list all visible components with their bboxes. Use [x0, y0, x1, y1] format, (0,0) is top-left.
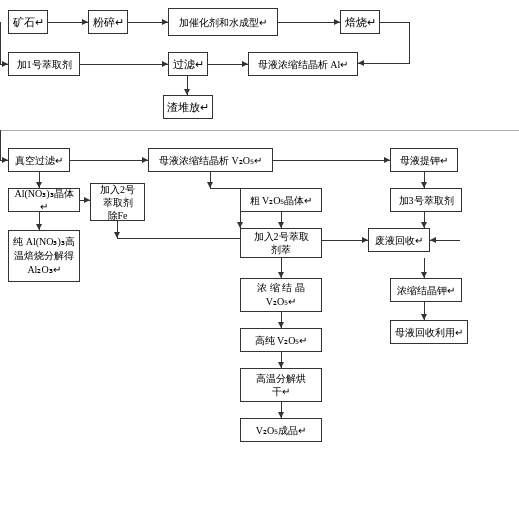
box-fensui: 粉碎↵ — [88, 10, 128, 34]
box-muye1: 母液浓缩结晶析 Al↵ — [248, 52, 358, 76]
arrow-zhenkong-al — [39, 172, 40, 188]
line-r1-left-v — [0, 22, 1, 64]
box-zhadan: 渣堆放↵ — [163, 95, 213, 119]
line-cuiqu3-nj — [390, 278, 424, 279]
box-muye-ti: 母液提钾↵ — [390, 148, 458, 172]
arrow-al-cuiqu2 — [80, 200, 90, 201]
box-kuangshi: 矿石↵ — [8, 10, 48, 34]
arrow-cuiqu2-cuv2o5-connect — [240, 212, 241, 228]
arrow-ti-cuiqu3 — [424, 172, 425, 188]
box-guolv: 过滤↵ — [168, 52, 208, 76]
flowchart: 矿石↵ 粉碎↵ 加催化剂和水成型↵ 焙烧↵ 加1号萃取剂 过滤↵ 母液浓缩结晶析… — [0, 0, 519, 522]
arrow-cuiqu2-down — [117, 221, 118, 238]
box-muye2: 母液浓缩结晶析 V₂O₅↵ — [148, 148, 273, 172]
arrow-r1-1 — [48, 22, 88, 23]
arrow-r2-end — [358, 63, 409, 64]
line-left-r3 — [0, 130, 1, 160]
arrow-zhenkong-muye2 — [70, 160, 148, 161]
box-al-pure: 纯 Al(NO₃)₃高温焙烧分解得Al₂O₃↵ — [8, 230, 80, 282]
arrow-muye2-cuv2o5 — [210, 172, 211, 188]
arrow-r1-3 — [278, 22, 340, 23]
arrow-cuiqu3-nongsuo-v — [424, 258, 425, 278]
box-gaochun: 高纯 V₂O₅↵ — [240, 328, 322, 352]
box-shaoshao: 焙烧↵ — [340, 10, 380, 34]
box-萃取剂1: 加1号萃取剂 — [8, 52, 80, 76]
arrow-nongsuo-jia-hui — [424, 302, 425, 320]
line-r1-4 — [380, 22, 410, 23]
arrow-cuiqu2cai-nongsuo — [281, 258, 282, 278]
box-cuihua: 加催化剂和水成型↵ — [168, 8, 278, 36]
arrow-nongsuo-gaochun — [281, 312, 282, 328]
box-muye-hui: 母液回收利用↵ — [390, 320, 468, 344]
box-cuiqu2-cai: 加入2号萃取剂萃 — [240, 228, 322, 258]
line-cuiqu2-h — [117, 238, 240, 239]
arrow-into-zhenkong — [0, 160, 8, 161]
arrow-cuiqu-guolv — [80, 64, 168, 65]
arrow-gaochun-gaowenjiefen — [281, 352, 282, 368]
box-cuiqu3: 加3号萃取剂 — [390, 188, 462, 212]
box-nongsuo-jia: 浓缩结晶钾↵ — [390, 278, 462, 302]
arrow-left-r2 — [0, 64, 8, 65]
arrow-cuiqu2-feiye — [322, 240, 368, 241]
separator — [0, 130, 519, 131]
box-nongsuo: 浓 缩 结 晶V₂O₅↵ — [240, 278, 322, 312]
arrow-cuv2o5-down — [281, 212, 282, 228]
arrow-r1-2 — [128, 22, 168, 23]
arrow-aljing-alpure — [39, 212, 40, 230]
box-feiye: 废液回收↵ — [368, 228, 430, 252]
arrow-guolv-muye1 — [208, 64, 248, 65]
box-al-jing: Al(NO₃)₃晶体↵ — [8, 188, 80, 212]
box-v2o5: V₂O₅成品↵ — [240, 418, 322, 442]
line-r1-v — [409, 22, 410, 64]
arrow-guolv-zha — [187, 76, 188, 95]
arrow-muye2-ti — [273, 160, 390, 161]
arrow-cuiqu3-feiye-v — [424, 212, 425, 228]
box-gaowenjiefen: 高温分解烘干↵ — [240, 368, 322, 402]
arrow-gaowenjiefen-v2o5 — [281, 402, 282, 418]
box-cuiqu2: 加入2号萃取剂除Fe — [90, 183, 145, 221]
line-muye2-h — [210, 188, 240, 189]
box-cu-v2o5: 粗 V₂O₅晶体↵ — [240, 188, 322, 212]
box-zhenkong: 真空过滤↵ — [8, 148, 70, 172]
arrow-cuiqu3-feiye-h — [430, 240, 460, 241]
